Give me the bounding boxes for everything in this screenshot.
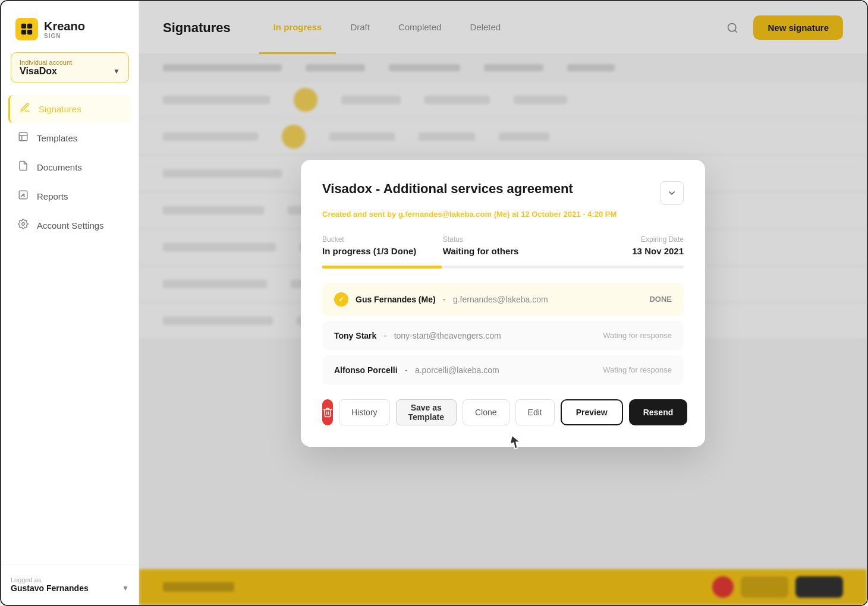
signer-row: Alfonso Porcelli - a.porcelli@lakeba.com… <box>322 355 684 385</box>
history-button[interactable]: History <box>339 399 390 425</box>
expiry-value: 13 Nov 2021 <box>563 246 684 256</box>
status-label: Status <box>443 235 564 244</box>
account-selector[interactable]: Individual account VisaDox ▼ <box>11 52 129 83</box>
subtitle-email: g.fernandes@lakeba.com (Me) <box>398 210 510 219</box>
svg-point-8 <box>22 223 25 226</box>
progress-bar-fill <box>322 266 442 269</box>
progress-bar-track <box>322 266 684 269</box>
signer-name: Gus Fernandes (Me) <box>356 295 436 304</box>
meta-bucket: Bucket In progress (1/3 Done) <box>322 235 443 256</box>
signature-detail-modal: Visadox - Additional services agreement … <box>301 160 705 447</box>
logged-name: Gustavo Fernandes <box>11 583 89 593</box>
templates-icon <box>17 131 30 145</box>
resend-button[interactable]: Resend <box>629 399 688 425</box>
sidebar-item-account-settings[interactable]: Account Settings <box>8 212 131 239</box>
signer-info: Tony Stark - tony-start@theavengers.com <box>334 330 501 341</box>
settings-icon <box>17 219 30 232</box>
save-as-template-button[interactable]: Save as Template <box>396 399 457 425</box>
sidebar-item-label: Account Settings <box>37 220 104 231</box>
delete-button[interactable] <box>322 399 333 425</box>
modal-collapse-button[interactable] <box>660 181 684 205</box>
svg-rect-3 <box>27 30 32 34</box>
modal-header: Visadox - Additional services agreement <box>322 181 684 205</box>
svg-rect-1 <box>27 24 32 29</box>
signatures-icon <box>18 102 32 116</box>
main-content: Signatures In progress Draft Completed D… <box>139 1 867 605</box>
modal-title: Visadox - Additional services agreement <box>322 181 573 197</box>
signer-email: g.fernandes@lakeba.com <box>453 295 548 304</box>
bucket-value: In progress (1/3 Done) <box>322 246 443 256</box>
sidebar-item-label: Templates <box>37 133 77 143</box>
logo-name: Kreano <box>44 20 85 33</box>
signer-name: Tony Stark <box>334 331 376 340</box>
signer-status: Wating for response <box>603 331 672 340</box>
sidebar-item-label: Documents <box>37 162 82 172</box>
signer-separator: - <box>443 294 446 305</box>
logged-as-label: Logged as <box>11 576 129 583</box>
signer-separator: - <box>405 365 408 375</box>
signer-email: a.porcelli@lakeba.com <box>415 365 499 375</box>
sidebar-item-signatures[interactable]: Signatures <box>8 95 131 123</box>
signer-name: Alfonso Porcelli <box>334 365 398 375</box>
logo-icon <box>15 18 38 40</box>
sidebar-item-label: Signatures <box>39 104 81 114</box>
subtitle-prefix: Created and sent by <box>322 210 398 219</box>
signer-info: Alfonso Porcelli - a.porcelli@lakeba.com <box>334 365 499 375</box>
meta-expiry: Expiring Date 13 Nov 2021 <box>563 235 684 256</box>
signer-separator: - <box>383 330 386 341</box>
svg-rect-2 <box>21 30 26 34</box>
svg-rect-4 <box>19 132 27 141</box>
sidebar-nav: Signatures Templates <box>1 95 139 564</box>
expiry-label: Expiring Date <box>563 235 684 244</box>
sidebar: Kreano SIGN Individual account VisaDox ▼… <box>1 1 139 605</box>
modal-overlay: Visadox - Additional services agreement … <box>139 1 867 605</box>
chevron-down-icon: ▼ <box>122 584 129 592</box>
account-name: VisaDox <box>20 66 57 77</box>
modal-footer-actions: History Save as Template Clone Edit Prev… <box>322 399 684 425</box>
subtitle-suffix: at 12 October 2021 - 4:20 PM <box>510 210 617 219</box>
signer-email: tony-start@theavengers.com <box>394 331 501 340</box>
sidebar-footer: Logged as Gustavo Fernandes ▼ <box>1 564 139 605</box>
preview-button[interactable]: Preview <box>561 399 623 425</box>
sidebar-item-reports[interactable]: Reports <box>8 182 131 210</box>
signer-row: Tony Stark - tony-start@theavengers.com … <box>322 321 684 351</box>
modal-meta: Bucket In progress (1/3 Done) Status Wai… <box>322 235 684 256</box>
status-value: Waiting for others <box>443 246 564 256</box>
reports-icon <box>17 190 30 203</box>
signer-done-icon: ✓ <box>334 292 348 307</box>
signer-info: ✓ Gus Fernandes (Me) - g.fernandes@lakeb… <box>334 292 548 307</box>
edit-button[interactable]: Edit <box>515 399 555 425</box>
signer-status: Wating for response <box>603 365 672 374</box>
logo-area: Kreano SIGN <box>1 1 139 52</box>
documents-icon <box>17 160 30 174</box>
modal-subtitle: Created and sent by g.fernandes@lakeba.c… <box>322 210 684 219</box>
bucket-label: Bucket <box>322 235 443 244</box>
signer-row: ✓ Gus Fernandes (Me) - g.fernandes@lakeb… <box>322 283 684 316</box>
chevron-down-icon: ▼ <box>113 67 120 75</box>
svg-rect-0 <box>21 24 26 29</box>
clone-button[interactable]: Clone <box>463 399 510 425</box>
sidebar-item-documents[interactable]: Documents <box>8 153 131 181</box>
sidebar-item-label: Reports <box>37 191 68 201</box>
meta-status: Status Waiting for others <box>443 235 564 256</box>
signer-status: DONE <box>649 295 672 304</box>
account-label: Individual account <box>20 59 120 66</box>
sidebar-item-templates[interactable]: Templates <box>8 124 131 152</box>
logo-sub: SIGN <box>44 33 85 39</box>
